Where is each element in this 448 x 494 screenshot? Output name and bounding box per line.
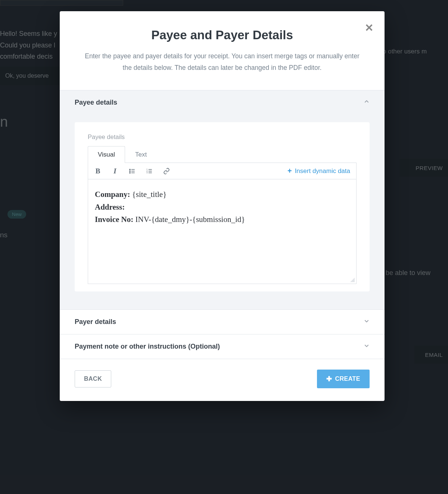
rich-text-editor[interactable]: Company: {site_title} Address: Invoice N… xyxy=(88,179,357,284)
editor-toolbar: B I 123 xyxy=(88,163,357,179)
tab-text[interactable]: Text xyxy=(125,146,157,163)
bold-icon[interactable]: B xyxy=(94,167,102,175)
toolbar-left: B I 123 xyxy=(94,167,170,175)
editor-line: Invoice No: INV-{date_dmy}-{submission_i… xyxy=(95,213,349,226)
back-button[interactable]: BACK xyxy=(75,370,111,388)
payer-section: Payer details xyxy=(60,310,385,334)
link-icon[interactable] xyxy=(163,167,170,175)
editor-tabs: Visual Text xyxy=(88,146,357,163)
editor-card: Payee details Visual Text B I xyxy=(75,122,370,291)
payer-section-header[interactable]: Payer details xyxy=(60,310,385,334)
modal-title: Payee and Payer Details xyxy=(80,28,364,42)
chevron-down-icon xyxy=(364,343,370,351)
modal-description: Enter the payee and payer details for yo… xyxy=(80,50,364,73)
payment-note-section: Payment note or other instructions (Opti… xyxy=(60,334,385,359)
payee-section-header[interactable]: Payee details xyxy=(60,90,385,115)
editor-line: Company: {site_title} xyxy=(95,188,349,201)
editor-line: Address: xyxy=(95,201,349,214)
svg-point-0 xyxy=(130,169,130,170)
company-label: Company: xyxy=(95,190,130,199)
chevron-up-icon xyxy=(364,99,370,106)
tab-visual[interactable]: Visual xyxy=(88,146,125,163)
payment-note-section-header[interactable]: Payment note or other instructions (Opti… xyxy=(60,334,385,359)
bullet-list-icon[interactable] xyxy=(128,167,136,175)
chevron-down-icon xyxy=(364,318,370,326)
company-value: {site_title} xyxy=(130,190,167,199)
payment-note-section-title: Payment note or other instructions (Opti… xyxy=(75,343,220,351)
accordion: Payee details Payee details Visual Text … xyxy=(60,90,385,359)
plus-icon: + xyxy=(287,167,292,175)
plus-icon: ✚ xyxy=(326,375,332,383)
invoice-value: INV-{date_dmy}-{submission_id} xyxy=(133,215,245,224)
payee-section: Payee details Payee details Visual Text … xyxy=(60,90,385,310)
resize-handle-icon[interactable] xyxy=(349,277,355,282)
invoice-label: Invoice No: xyxy=(95,215,133,224)
payer-section-title: Payer details xyxy=(75,318,116,326)
modal-header: ✕ Payee and Payer Details Enter the paye… xyxy=(60,11,385,90)
insert-dynamic-label: Insert dynamic data xyxy=(295,167,350,175)
svg-point-4 xyxy=(130,172,130,173)
numbered-list-icon[interactable]: 123 xyxy=(146,167,153,175)
modal-footer: BACK ✚ CREATE xyxy=(60,359,385,401)
payee-section-body: Payee details Visual Text B I xyxy=(60,115,385,309)
insert-dynamic-data-button[interactable]: + Insert dynamic data xyxy=(287,167,350,175)
close-icon[interactable]: ✕ xyxy=(365,22,373,34)
create-label: CREATE xyxy=(335,376,360,382)
payee-payer-modal: ✕ Payee and Payer Details Enter the paye… xyxy=(60,11,385,401)
address-label: Address: xyxy=(95,203,125,212)
svg-text:3: 3 xyxy=(147,172,148,174)
create-button[interactable]: ✚ CREATE xyxy=(317,370,370,388)
field-label: Payee details xyxy=(88,133,357,141)
payee-section-title: Payee details xyxy=(75,99,117,106)
svg-point-2 xyxy=(130,171,130,172)
italic-icon[interactable]: I xyxy=(111,167,119,175)
